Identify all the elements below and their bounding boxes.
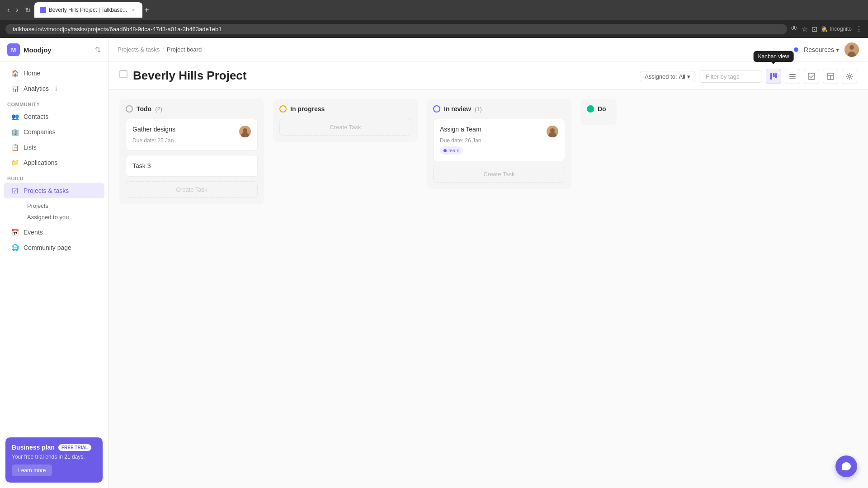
- table-icon: [827, 73, 834, 80]
- project-title-section: Beverly Hills Project: [119, 69, 246, 83]
- sidebar-item-projects-tasks[interactable]: ☑ Projects & tasks: [4, 183, 104, 198]
- task-card-gather-designs[interactable]: Gather designs Due date: 25 Jan: [126, 119, 258, 150]
- new-tab-button[interactable]: +: [144, 5, 149, 15]
- sidebar-item-analytics[interactable]: 📊 Analytics ℹ: [4, 81, 104, 96]
- menu-icon[interactable]: ⋮: [855, 25, 863, 33]
- tag-dot: [443, 149, 447, 152]
- url-text: talkbase.io/w/moodjoy/tasks/projects/6aa…: [13, 26, 222, 33]
- task-name-task3: Task 3: [132, 162, 151, 169]
- sidebar-item-analytics-label: Analytics: [24, 85, 49, 92]
- chat-icon: [841, 461, 851, 471]
- svg-rect-0: [770, 73, 772, 80]
- svg-rect-2: [775, 73, 777, 78]
- incognito-button[interactable]: 🕵 Incognito: [821, 26, 852, 32]
- assign-dropdown-icon: ▾: [687, 73, 690, 80]
- settings-button[interactable]: [842, 69, 857, 84]
- workspace-name: Moodjoy: [24, 46, 52, 54]
- sidebar-item-lists[interactable]: 📋 Lists: [4, 140, 104, 155]
- sidebar-item-applications-label: Applications: [24, 159, 58, 166]
- online-indicator: [794, 47, 798, 52]
- sidebar-item-events[interactable]: 📅 Events: [4, 225, 104, 240]
- browser-tabs: ‹ › ↻ Beverly Hills Project | Talkbase..…: [5, 2, 863, 18]
- project-header: Beverly Hills Project Assigned to: All ▾…: [108, 61, 868, 90]
- sidebar-header: M Moodjoy ⇅: [0, 38, 108, 62]
- analytics-info-icon: ℹ: [55, 85, 57, 92]
- avatar-image: [844, 42, 859, 57]
- active-tab[interactable]: Beverly Hills Project | Talkbase... ×: [34, 2, 143, 18]
- filter-by-tags-input[interactable]: Filter by tags: [699, 70, 762, 83]
- forward-button[interactable]: ›: [14, 4, 20, 16]
- tab-close-button[interactable]: ×: [130, 6, 137, 14]
- reload-button[interactable]: ↻: [23, 4, 33, 16]
- checklist-view-button[interactable]: [804, 69, 819, 84]
- sidebar-sub-assigned[interactable]: Assigned to you: [20, 211, 108, 223]
- breadcrumb-separator: /: [162, 46, 164, 53]
- todo-create-task-button[interactable]: Create Task: [126, 181, 258, 198]
- kanban-column-inprogress: In progress Create Task: [273, 99, 418, 142]
- task-due-assign-team: Due date: 26 Jan: [440, 137, 558, 144]
- inreview-create-task-button[interactable]: Create Task: [433, 166, 565, 183]
- inreview-column-header: In review (1): [433, 105, 565, 113]
- svg-rect-3: [789, 74, 796, 75]
- sidebar-icon[interactable]: ⊡: [811, 25, 817, 33]
- resources-label: Resources: [804, 46, 834, 53]
- incognito-label: Incognito: [830, 26, 852, 32]
- sidebar-item-community-page[interactable]: 🌐 Community page: [4, 240, 104, 255]
- url-input[interactable]: talkbase.io/w/moodjoy/tasks/projects/6aa…: [5, 24, 787, 34]
- task-card-assign-team[interactable]: Assign a Team Due date: 26 Jan team: [433, 119, 565, 161]
- user-avatar[interactable]: [844, 42, 859, 57]
- address-bar: talkbase.io/w/moodjoy/tasks/projects/6aa…: [0, 20, 868, 38]
- done-title: Do: [598, 105, 606, 113]
- settings-icon: [846, 73, 853, 80]
- todo-dot: [126, 105, 133, 113]
- inprogress-title: In progress: [290, 105, 325, 113]
- task-avatar-assign-team: [547, 126, 558, 137]
- sidebar-item-home[interactable]: 🏠 Home: [4, 66, 104, 81]
- eye-off-icon: 👁: [791, 25, 798, 33]
- projects-tasks-icon: ☑: [11, 187, 19, 195]
- tab-title: Beverly Hills Project | Talkbase...: [49, 7, 127, 13]
- events-icon: 📅: [11, 228, 19, 236]
- sidebar-nav: 🏠 Home 📊 Analytics ℹ COMMUNITY 👥 Contact…: [0, 62, 108, 259]
- task-avatar-gather-designs: [239, 126, 251, 137]
- browser-chrome: ‹ › ↻ Beverly Hills Project | Talkbase..…: [0, 0, 868, 20]
- inprogress-dot: [279, 105, 287, 113]
- sidebar: M Moodjoy ⇅ 🏠 Home 📊 Analytics ℹ COMMUNI…: [0, 38, 108, 488]
- sidebar-item-contacts[interactable]: 👥 Contacts: [4, 109, 104, 124]
- assigned-to-dropdown[interactable]: Assigned to: All ▾: [640, 71, 695, 82]
- incognito-icon: 🕵: [821, 26, 828, 32]
- trial-text: Your free trial ends in 21 days.: [12, 454, 96, 460]
- nav-controls[interactable]: ‹ › ↻: [5, 4, 33, 16]
- community-section-label: COMMUNITY: [0, 96, 108, 109]
- sidebar-item-companies[interactable]: 🏢 Companies: [4, 124, 104, 140]
- sidebar-item-applications[interactable]: 📁 Applications: [4, 155, 104, 170]
- kanban-view-button[interactable]: Kanban view: [766, 69, 781, 84]
- build-section-label: BUILD: [0, 170, 108, 183]
- trial-banner: Business plan FREE TRIAL Your free trial…: [5, 437, 103, 483]
- done-dot: [587, 105, 594, 113]
- sidebar-sub-projects[interactable]: Projects: [20, 200, 108, 211]
- inreview-count: (1): [475, 106, 482, 113]
- kanban-column-todo: Todo (2) Gather designs Due date: 25 Jan…: [119, 99, 264, 204]
- task-card-task3[interactable]: Task 3: [126, 155, 258, 177]
- trial-title: Business plan: [12, 444, 55, 451]
- list-view-button[interactable]: [785, 69, 800, 84]
- project-checkbox[interactable]: [119, 70, 127, 78]
- inprogress-create-task-button[interactable]: Create Task: [279, 119, 411, 136]
- kanban-column-done: Do: [580, 99, 617, 125]
- trial-learn-more-button[interactable]: Learn more: [12, 465, 52, 476]
- breadcrumb-current: Project board: [167, 46, 202, 53]
- header-right: Resources ▾: [794, 42, 859, 57]
- breadcrumb-root[interactable]: Projects & tasks: [118, 46, 160, 53]
- projects-tasks-subnav: Projects Assigned to you: [0, 198, 108, 225]
- table-view-button[interactable]: [823, 69, 838, 84]
- team-tag-badge: team: [440, 146, 463, 155]
- done-column-header: Do: [587, 105, 610, 113]
- back-button[interactable]: ‹: [5, 4, 11, 16]
- sidebar-toggle-button[interactable]: ⇅: [95, 46, 101, 54]
- resources-button[interactable]: Resources ▾: [804, 46, 839, 53]
- sidebar-item-home-label: Home: [24, 70, 40, 77]
- star-icon[interactable]: ☆: [802, 25, 808, 33]
- trial-banner-header: Business plan FREE TRIAL: [12, 444, 96, 451]
- chat-button[interactable]: [835, 455, 857, 477]
